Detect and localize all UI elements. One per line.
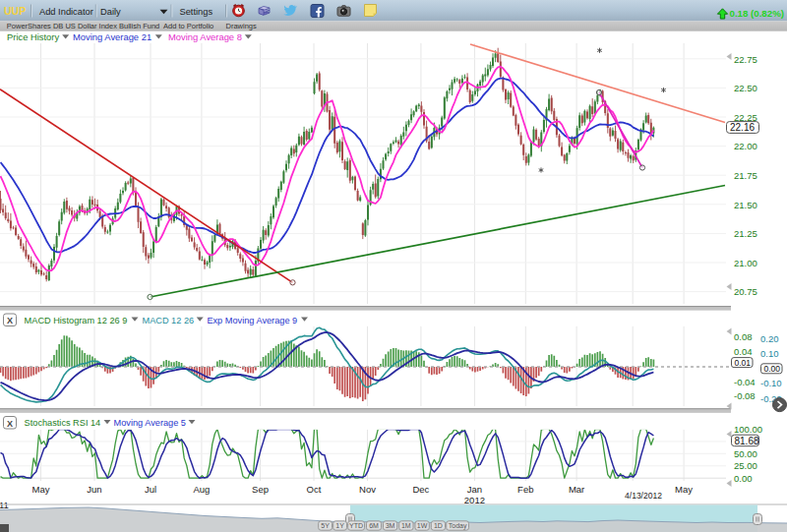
- svg-text:-0.10: -0.10: [760, 378, 782, 388]
- svg-text:0.04: 0.04: [734, 346, 753, 357]
- svg-text:21.00: 21.00: [734, 258, 757, 268]
- svg-text:3M: 3M: [386, 522, 395, 529]
- svg-text:0.00: 0.00: [764, 364, 781, 374]
- svg-text:22.16: 22.16: [730, 122, 755, 133]
- svg-text:21.25: 21.25: [734, 228, 757, 239]
- svg-text:X: X: [7, 419, 13, 429]
- svg-text:Moving Average 5: Moving Average 5: [114, 418, 186, 428]
- svg-text:MACD 12 26: MACD 12 26: [143, 316, 195, 325]
- svg-text:Moving Average 21: Moving Average 21: [73, 31, 151, 42]
- svg-text:Sep: Sep: [252, 484, 269, 495]
- svg-text:0.01: 0.01: [735, 358, 752, 368]
- svg-text:20.75: 20.75: [734, 286, 757, 297]
- svg-text:Add to Portfolio: Add to Portfolio: [163, 22, 213, 30]
- svg-text:PowerShares DB US Dollar Index: PowerShares DB US Dollar Index Bullish F…: [7, 22, 160, 30]
- svg-text:Feb: Feb: [517, 484, 533, 495]
- svg-text:22.50: 22.50: [734, 83, 757, 93]
- svg-text:81.68: 81.68: [735, 436, 759, 446]
- svg-text:Jun: Jun: [87, 484, 101, 495]
- svg-text:2012: 2012: [464, 495, 485, 505]
- svg-text:Dec: Dec: [412, 484, 429, 495]
- svg-text:Add Indicator: Add Indicator: [39, 7, 93, 17]
- svg-text:22.00: 22.00: [734, 141, 757, 151]
- svg-text:22.75: 22.75: [734, 54, 757, 65]
- svg-text:4/13/2012: 4/13/2012: [625, 491, 662, 501]
- svg-text:Exp Moving Average 9: Exp Moving Average 9: [207, 316, 297, 325]
- svg-text:Price History: Price History: [7, 31, 59, 42]
- svg-text:5Y: 5Y: [321, 522, 330, 529]
- svg-text:UUP: UUP: [4, 5, 26, 17]
- svg-text:1M: 1M: [401, 522, 411, 529]
- svg-text:0.08: 0.08: [734, 331, 753, 342]
- svg-text:25.00: 25.00: [734, 460, 757, 471]
- svg-text:Stochastics RSI 14: Stochastics RSI 14: [25, 418, 101, 428]
- svg-text:YTD: YTD: [349, 522, 363, 529]
- svg-text:1W: 1W: [417, 522, 428, 529]
- svg-text:0.18 (0.82%): 0.18 (0.82%): [730, 8, 784, 19]
- svg-text:Settings: Settings: [180, 7, 213, 17]
- svg-text:1Y: 1Y: [335, 522, 344, 529]
- svg-text:Jul: Jul: [145, 484, 156, 495]
- svg-text:Oct: Oct: [307, 484, 322, 495]
- svg-text:X: X: [7, 316, 13, 325]
- svg-text:-0.04: -0.04: [734, 377, 756, 387]
- svg-text:Daily: Daily: [100, 7, 121, 17]
- svg-text:100.00: 100.00: [734, 424, 762, 435]
- svg-text:50.00: 50.00: [734, 448, 757, 459]
- svg-text:MACD Histogram 12 26 9: MACD Histogram 12 26 9: [25, 316, 128, 325]
- svg-text:Nov: Nov: [359, 484, 376, 495]
- svg-text:Aug: Aug: [193, 484, 210, 495]
- svg-text:Moving Average 8: Moving Average 8: [168, 31, 242, 42]
- svg-text:Mar: Mar: [569, 484, 584, 495]
- svg-text:May: May: [32, 484, 50, 495]
- svg-text:-0.08: -0.08: [734, 390, 756, 401]
- svg-text:0.20: 0.20: [760, 333, 779, 344]
- svg-text:21.75: 21.75: [734, 170, 757, 181]
- svg-text:Today: Today: [449, 522, 467, 530]
- svg-text:0.10: 0.10: [760, 348, 779, 359]
- svg-text:1D: 1D: [434, 522, 443, 529]
- svg-text:Jan: Jan: [467, 484, 482, 495]
- svg-text:0.00: 0.00: [734, 473, 753, 484]
- svg-text:6M: 6M: [369, 522, 379, 529]
- svg-text:May: May: [675, 484, 693, 495]
- svg-text:Drawings: Drawings: [226, 22, 258, 30]
- svg-text:21.50: 21.50: [734, 200, 757, 210]
